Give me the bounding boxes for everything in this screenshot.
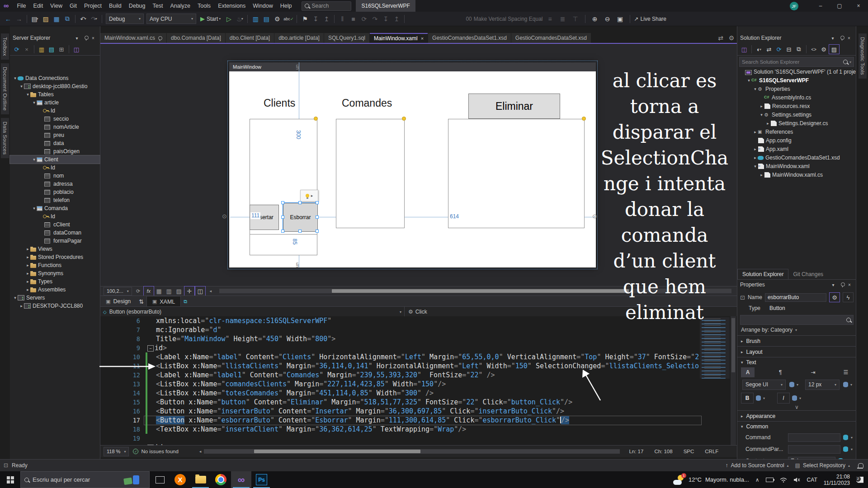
spell-check-icon[interactable]: abc✓ xyxy=(283,14,294,24)
menu-analyze[interactable]: Analyze xyxy=(166,0,193,12)
refresh-icon[interactable]: ⟳ xyxy=(12,45,22,54)
connect-server-icon[interactable]: ▤ xyxy=(47,45,57,54)
tab-design[interactable]: ▣ Design xyxy=(100,296,136,307)
doc-tab-dbo-article-data-[interactable]: dbo.article [Data] xyxy=(274,33,324,43)
tree-item-settings-designer-cs[interactable]: ▸Settings.Designer.cs xyxy=(737,119,856,127)
hidden-icons-chevron[interactable]: ∧ xyxy=(755,477,760,483)
collapsed-icon[interactable]: ▸ xyxy=(25,271,30,276)
navigate-forward-icon[interactable]: → xyxy=(14,14,24,24)
tree-item-data[interactable]: data xyxy=(10,139,100,147)
snapping-icon[interactable]: ▨ xyxy=(174,286,184,296)
close-tab-icon[interactable]: × xyxy=(421,36,424,41)
collapsed-icon[interactable]: ▸ xyxy=(25,263,30,267)
navigate-back-icon[interactable]: ← xyxy=(3,14,14,24)
tree-item-app-config[interactable]: App.config xyxy=(737,136,856,145)
feedback-icon[interactable]: ⊡ xyxy=(4,462,8,469)
properties-mode-icon[interactable]: ⚙ xyxy=(829,292,840,302)
start-button[interactable] xyxy=(0,471,20,488)
indent-tab[interactable]: ⇥ xyxy=(807,367,820,377)
options-icon[interactable]: ⚙ xyxy=(272,14,283,24)
italic-button[interactable]: I xyxy=(777,393,790,404)
designer-listbox-totescomandes[interactable] xyxy=(448,119,585,228)
refresh-icon[interactable]: ⟳ xyxy=(774,45,784,54)
editor-horizontal-scrollbar[interactable] xyxy=(204,449,620,454)
health-indicator-icon[interactable]: ✓ xyxy=(133,449,138,454)
save-all-icon[interactable]: ⧉ xyxy=(62,14,73,24)
collapsed-icon[interactable]: ▸ xyxy=(759,173,764,177)
font-source-icon[interactable] xyxy=(789,382,794,387)
group-appearance[interactable]: ▸ Appearance xyxy=(737,410,856,422)
expander-chevron-icon[interactable]: ∨ xyxy=(737,404,856,410)
collapse-all-icon[interactable]: ⊟ xyxy=(784,45,794,54)
tree-item-resources-resx[interactable]: ▸Resources.resx xyxy=(737,102,856,110)
tab-toolbox[interactable]: Toolbox xyxy=(1,33,9,60)
tree-item-properties[interactable]: ▾⚙Properties xyxy=(737,85,856,93)
restart-debug-icon[interactable]: ⟳ xyxy=(359,14,369,24)
clock[interactable]: 21:08 11/11/2023 xyxy=(824,474,850,486)
sync-with-active-document-icon[interactable]: ⧉ xyxy=(794,45,804,54)
tree-item-app-xaml[interactable]: ▸App.xaml xyxy=(737,145,856,153)
tree-item-adressa[interactable]: adressa xyxy=(10,180,100,188)
stop-refresh-icon[interactable]: × xyxy=(22,45,32,54)
expanded-icon[interactable]: ▾ xyxy=(19,84,24,89)
zoom-in-icon[interactable]: ⊕ xyxy=(590,14,600,24)
tree-item-preu[interactable]: preu xyxy=(10,131,100,139)
refresh-designer-icon[interactable]: ⟳ xyxy=(133,286,143,296)
file-explorer-app-icon[interactable] xyxy=(190,471,211,488)
tree-item-datacoman[interactable]: dataComan xyxy=(10,229,100,237)
chrome-app-icon[interactable] xyxy=(211,471,231,488)
designer-main-window[interactable]: MainWindow § Clients Comandes Eliminar I… xyxy=(229,62,596,267)
stop-debug-icon[interactable]: ■ xyxy=(348,14,359,24)
photoshop-app-icon[interactable]: Ps xyxy=(251,471,272,488)
avatar[interactable]: JF xyxy=(790,2,798,10)
data-diagram-icon[interactable]: ◫ xyxy=(71,45,81,54)
hot-reload-icon[interactable]: ♨▾ xyxy=(234,14,245,24)
properties-icon[interactable]: ⚙ xyxy=(819,45,829,54)
designer-button-esborrar[interactable]: Esborrar xyxy=(283,203,318,232)
close-icon[interactable]: × xyxy=(845,282,854,287)
italic-source-icon[interactable] xyxy=(792,395,797,401)
view-code-icon[interactable]: <> xyxy=(809,45,819,54)
align-centers-icon[interactable]: ≣ xyxy=(557,14,568,24)
expanded-icon[interactable]: ▾ xyxy=(746,78,751,83)
code-line-18[interactable]: 18<TextBox x:Name="insertaClient" Margin… xyxy=(100,425,737,434)
tab-solution-explorer[interactable]: Solution Explorer xyxy=(737,269,788,279)
minimize-button[interactable]: – xyxy=(811,0,830,12)
collapsed-icon[interactable]: ▸ xyxy=(25,247,30,251)
font-size-source-icon[interactable] xyxy=(843,382,848,387)
chevron-down-icon[interactable]: ▾ xyxy=(829,282,837,287)
tree-item-desktop-jccl880-gestio[interactable]: ▾desktop-jccl880.Gestio xyxy=(10,82,100,90)
doc-tab-gestiocomandesdataset1-xsd[interactable]: GestioComandesDataSet1.xsd xyxy=(428,33,511,43)
events-mode-icon[interactable]: ϟ xyxy=(843,292,854,302)
font-size-combo[interactable]: 12 px▾ xyxy=(805,380,840,390)
code-line-11[interactable]: 11<ListBox x:Name="llistaClients" Margin… xyxy=(100,361,737,371)
grid-anchor-bottom-icon[interactable]: § xyxy=(296,261,299,268)
code-line-8[interactable]: 8Title="MainWindow" Height="450" Width="… xyxy=(100,334,737,343)
close-icon[interactable]: × xyxy=(89,36,97,41)
snap-grid-icon[interactable]: ▥ xyxy=(164,286,174,296)
switch-views-icon[interactable]: ⇄ xyxy=(764,45,774,54)
effects-fx-icon[interactable]: fx xyxy=(143,286,154,296)
expanded-icon[interactable]: ▾ xyxy=(13,76,18,80)
doc-tab-dbo-comanda-data-[interactable]: dbo.Comanda [Data] xyxy=(167,33,225,43)
swap-panes-icon[interactable]: ⇅ xyxy=(136,296,146,307)
commandparameter-source-icon[interactable] xyxy=(843,446,848,452)
menu-edit[interactable]: Edit xyxy=(30,0,47,12)
expanded-icon[interactable]: ▾ xyxy=(753,164,758,169)
popout-pane-icon[interactable]: ⧉ xyxy=(181,296,190,307)
doc-tab-sqlquery1-sql[interactable]: SQLQuery1.sql xyxy=(324,33,369,43)
close-icon[interactable]: × xyxy=(845,36,853,41)
tree-item-nomarticle[interactable]: nomArticle xyxy=(10,123,100,131)
menu-file[interactable]: File xyxy=(13,0,29,12)
tree-item-types[interactable]: ▸Types xyxy=(10,277,100,286)
designer-button-esborrar-selection[interactable]: Esborrar xyxy=(283,203,317,231)
pin-icon[interactable] xyxy=(837,282,845,287)
xampp-app-icon[interactable]: X xyxy=(170,471,190,488)
paragraph-tab[interactable]: ¶ xyxy=(774,367,787,377)
pending-changes-filter-icon[interactable]: ◐▾ xyxy=(754,45,764,54)
issues-status[interactable]: No issues found xyxy=(141,449,178,454)
tree-item-synonyms[interactable]: ▸Synonyms xyxy=(10,269,100,277)
start-without-debugging-icon[interactable]: ▷ xyxy=(223,14,234,24)
save-icon[interactable]: ▦ xyxy=(51,14,62,24)
tree-item-paisorigen[interactable]: paisOrigen xyxy=(10,147,100,155)
